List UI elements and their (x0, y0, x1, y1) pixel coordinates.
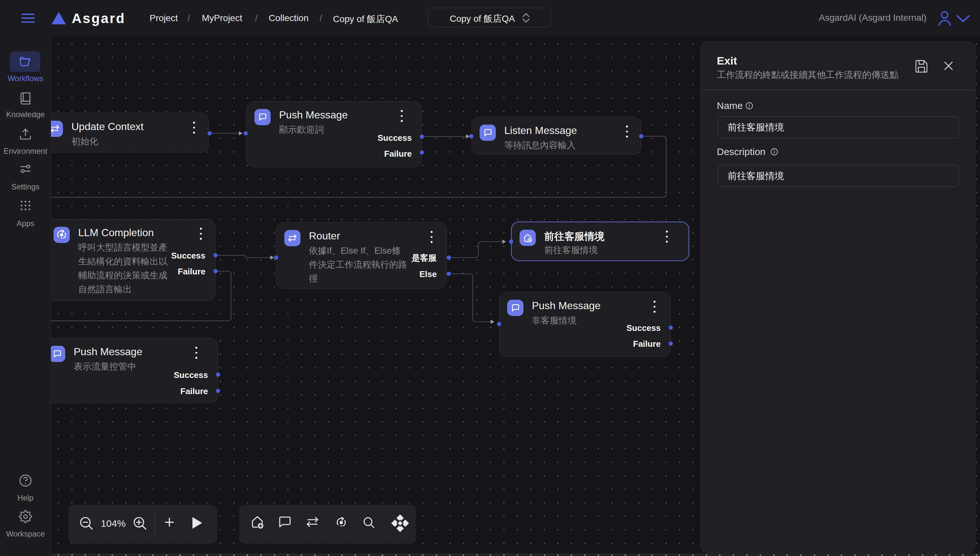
svg-text:104%: 104% (101, 518, 126, 529)
